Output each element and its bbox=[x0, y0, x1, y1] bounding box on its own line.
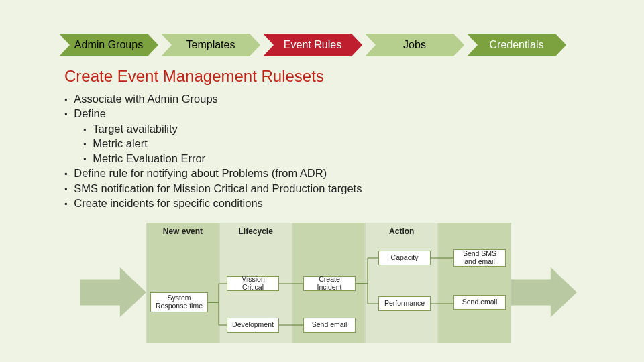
list-item: Associate with Admin Groups bbox=[64, 91, 362, 106]
diagram-column: Action bbox=[365, 223, 438, 343]
flow-diagram: New event Lifecycle Action System Respon… bbox=[80, 223, 577, 343]
svg-marker-6 bbox=[511, 267, 577, 317]
column-header: New event bbox=[147, 223, 219, 240]
node-performance: Performance bbox=[378, 296, 431, 311]
breadcrumb-step: Admin Groups bbox=[59, 34, 158, 56]
breadcrumb: Admin Groups Templates Event Rules Jobs … bbox=[59, 34, 566, 56]
arrow-right-icon bbox=[80, 267, 146, 318]
node-system-response: System Response time bbox=[150, 292, 208, 312]
node-send-email: Send email bbox=[303, 318, 356, 333]
list-item: Define rule for notifying about Problems… bbox=[64, 166, 362, 180]
list-item: Metric alert bbox=[83, 136, 362, 151]
list-item: Target availability bbox=[83, 121, 362, 136]
bullet-list: Associate with Admin Groups Define Targe… bbox=[64, 91, 362, 210]
diagram-columns: New event Lifecycle Action System Respon… bbox=[146, 223, 511, 343]
breadcrumb-step: Credentials bbox=[467, 34, 566, 56]
arrow-right-icon bbox=[511, 267, 577, 318]
list-item: Create incidents for specific conditions bbox=[64, 196, 362, 210]
node-capacity: Capacity bbox=[378, 251, 431, 265]
node-send-sms-email: Send SMS and email bbox=[453, 249, 506, 267]
node-mission-critical: Mission Critical bbox=[227, 276, 279, 291]
breadcrumb-step: Jobs bbox=[365, 34, 464, 56]
node-development: Development bbox=[227, 318, 279, 333]
column-header: Lifecycle bbox=[220, 223, 292, 240]
list-item: Metric Evaluation Error bbox=[83, 151, 362, 166]
breadcrumb-step: Event Rules bbox=[263, 34, 362, 56]
node-create-incident: Create Incident bbox=[303, 276, 356, 291]
diagram-column bbox=[438, 223, 511, 343]
diagram-column: New event bbox=[146, 223, 219, 343]
column-header bbox=[293, 223, 365, 240]
column-header bbox=[439, 223, 511, 240]
list-item: Define bbox=[64, 106, 362, 121]
node-send-email: Send email bbox=[453, 295, 506, 310]
list-item: SMS notification for Mission Critical an… bbox=[64, 181, 362, 196]
svg-marker-5 bbox=[80, 267, 146, 317]
column-header: Action bbox=[366, 223, 437, 240]
breadcrumb-step: Templates bbox=[161, 34, 260, 56]
page-title: Create Event Management Rulesets bbox=[64, 67, 324, 86]
